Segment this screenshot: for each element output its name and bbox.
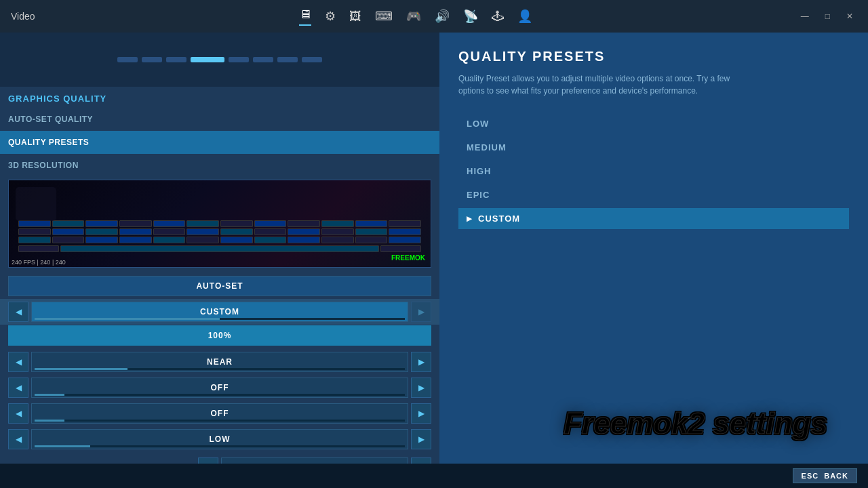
preset-item-epic[interactable]: EPIC bbox=[458, 184, 849, 205]
setting-row-textures: ◀ LOW ▶ bbox=[0, 426, 439, 452]
dot-8 bbox=[302, 57, 322, 62]
bottom-bar: ESC BACK bbox=[0, 464, 868, 488]
textures-prev-button[interactable]: ◀ bbox=[8, 429, 28, 449]
textures-bar-fill bbox=[35, 445, 90, 447]
textures-value: LOW bbox=[210, 434, 231, 444]
textures-value-box: LOW bbox=[31, 429, 408, 449]
preview-image: FREEMOK 240 FPS | 240 | 240 bbox=[8, 180, 431, 268]
dot-6 bbox=[253, 57, 273, 62]
window-controls: — □ ✕ bbox=[797, 10, 857, 22]
autoset-value-box: AUTO-SET bbox=[8, 276, 431, 296]
anti-aliasing-bar bbox=[35, 420, 405, 422]
sidebar-item-quality-presets[interactable]: QUALITY PRESETS bbox=[0, 131, 439, 154]
setting-row-autoset: AUTO-SET bbox=[0, 273, 439, 299]
volume-icon[interactable]: 🔊 bbox=[435, 9, 450, 24]
title-bar-left: Video bbox=[11, 11, 35, 22]
user-icon[interactable]: 👤 bbox=[517, 9, 532, 24]
custom-control: ◀ CUSTOM ▶ bbox=[8, 302, 431, 322]
quality-presets-description: Quality Preset allows you to adjust mult… bbox=[458, 73, 743, 97]
custom-prev-button[interactable]: ◀ bbox=[8, 302, 28, 322]
custom-next-button[interactable]: ▶ bbox=[411, 302, 431, 322]
preset-list: LOW MEDIUM HIGH EPIC CUSTOM bbox=[458, 113, 849, 229]
anti-aliasing-prev-button[interactable]: ◀ bbox=[8, 403, 28, 424]
custom-value-box: CUSTOM bbox=[31, 302, 408, 322]
setting-row-3d-res: 100% bbox=[0, 325, 439, 349]
sidebar-item-3d-resolution[interactable]: 3D RESOLUTION bbox=[0, 154, 439, 177]
left-panel: GRAPHICS QUALITY AUTO-SET QUALITY QUALIT… bbox=[0, 33, 439, 488]
watermark-text: Freemok2 settings bbox=[564, 407, 827, 440]
nav-icons: 🖥 ⚙ 🖼 ⌨ 🎮 🔊 📡 🕹 👤 bbox=[35, 7, 797, 26]
network-icon[interactable]: 📡 bbox=[463, 9, 478, 24]
display-icon[interactable]: 🖥 bbox=[299, 7, 311, 26]
shadows-prev-button[interactable]: ◀ bbox=[8, 378, 28, 398]
view-distance-bar-fill bbox=[35, 368, 127, 370]
anti-aliasing-bar-fill bbox=[35, 420, 64, 422]
custom-bar bbox=[35, 318, 405, 320]
preset-item-custom[interactable]: CUSTOM bbox=[458, 208, 849, 229]
keyboard-icon[interactable]: ⌨ bbox=[375, 9, 393, 24]
anti-aliasing-value: OFF bbox=[211, 409, 229, 418]
shadows-control: ◀ OFF ▶ bbox=[8, 378, 431, 398]
dot-4 bbox=[191, 57, 224, 62]
3d-resolution-value-box: 100% bbox=[8, 325, 431, 346]
setting-row-shadows: ◀ OFF ▶ bbox=[0, 375, 439, 401]
3d-resolution-value: 100% bbox=[208, 331, 232, 340]
view-distance-next-button[interactable]: ▶ bbox=[411, 352, 431, 372]
window-title: Video bbox=[11, 11, 35, 22]
right-panel: QUALITY PRESETS Quality Preset allows yo… bbox=[439, 33, 868, 488]
textures-bar bbox=[35, 445, 405, 447]
autoset-control: AUTO-SET bbox=[8, 276, 431, 296]
preview-watermark: FREEMOK bbox=[391, 254, 425, 262]
view-distance-value-box: NEAR bbox=[31, 352, 408, 372]
view-distance-value: NEAR bbox=[207, 357, 233, 367]
quality-presets-title: QUALITY PRESETS bbox=[458, 49, 849, 64]
setting-row-view-distance: ◀ NEAR ▶ bbox=[0, 349, 439, 375]
close-button[interactable]: ✕ bbox=[842, 10, 857, 22]
main-content: GRAPHICS QUALITY AUTO-SET QUALITY QUALIT… bbox=[0, 33, 868, 488]
view-distance-control: ◀ NEAR ▶ bbox=[8, 352, 431, 372]
gamepad-icon[interactable]: 🕹 bbox=[492, 9, 504, 24]
dot-3 bbox=[166, 57, 186, 62]
graphics-quality-header: GRAPHICS QUALITY bbox=[0, 87, 439, 108]
esc-label: ESC bbox=[802, 472, 819, 480]
view-distance-prev-button[interactable]: ◀ bbox=[8, 352, 28, 372]
preset-item-medium[interactable]: MEDIUM bbox=[458, 137, 849, 158]
preview-dots bbox=[117, 57, 322, 62]
anti-aliasing-value-box: OFF bbox=[31, 403, 408, 424]
preset-item-high[interactable]: HIGH bbox=[458, 161, 849, 182]
shadows-bar-fill bbox=[35, 394, 64, 396]
shadows-value: OFF bbox=[211, 383, 229, 392]
back-button[interactable]: ESC BACK bbox=[793, 468, 857, 483]
setting-row-custom: ◀ CUSTOM ▶ bbox=[0, 299, 439, 325]
settings-section: AUTO-SET ◀ CUSTOM ▶ bbox=[0, 270, 439, 455]
dot-5 bbox=[229, 57, 249, 62]
autoset-value: AUTO-SET bbox=[196, 281, 243, 291]
view-distance-bar bbox=[35, 368, 405, 370]
preview-bar bbox=[0, 33, 439, 87]
anti-aliasing-next-button[interactable]: ▶ bbox=[411, 403, 431, 424]
dot-1 bbox=[117, 57, 138, 62]
watermark-container: Freemok2 settings bbox=[564, 407, 827, 441]
controller-icon[interactable]: 🎮 bbox=[406, 9, 421, 24]
setting-row-anti-aliasing: ◀ OFF ▶ bbox=[0, 401, 439, 426]
shadows-bar bbox=[35, 394, 405, 396]
shadows-value-box: OFF bbox=[31, 378, 408, 398]
minimize-button[interactable]: — bbox=[797, 10, 813, 22]
shadows-next-button[interactable]: ▶ bbox=[411, 378, 431, 398]
dot-2 bbox=[142, 57, 162, 62]
textures-control: ◀ LOW ▶ bbox=[8, 429, 431, 449]
back-label: BACK bbox=[824, 472, 848, 480]
preview-fps: 240 FPS | 240 | 240 bbox=[12, 259, 66, 266]
dot-7 bbox=[277, 57, 298, 62]
textures-next-button[interactable]: ▶ bbox=[411, 429, 431, 449]
custom-bar-fill bbox=[35, 318, 220, 320]
preset-item-low[interactable]: LOW bbox=[458, 113, 849, 134]
sidebar-item-auto-set-quality[interactable]: AUTO-SET QUALITY bbox=[0, 108, 439, 131]
display2-icon[interactable]: 🖼 bbox=[349, 9, 361, 24]
custom-value: CUSTOM bbox=[200, 307, 239, 317]
settings-icon[interactable]: ⚙ bbox=[325, 9, 336, 24]
maximize-button[interactable]: □ bbox=[821, 10, 834, 22]
title-bar: Video 🖥 ⚙ 🖼 ⌨ 🎮 🔊 📡 🕹 👤 — □ ✕ bbox=[0, 0, 868, 33]
anti-aliasing-control: ◀ OFF ▶ bbox=[8, 403, 431, 424]
